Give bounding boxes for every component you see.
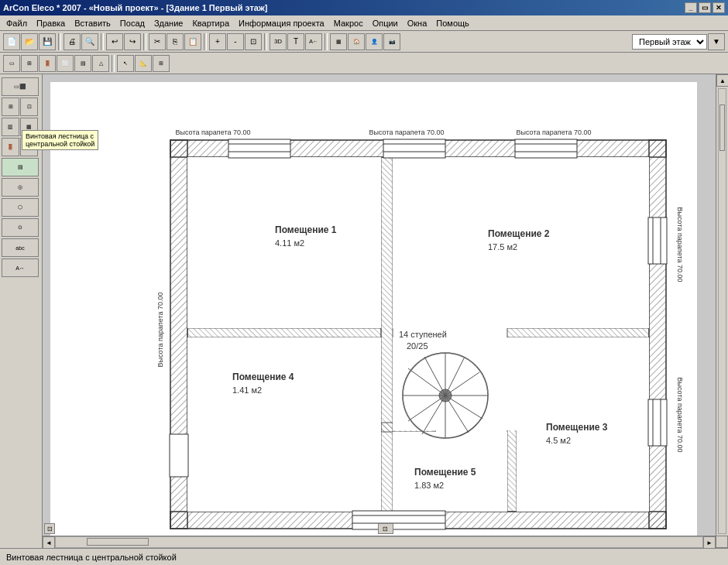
sidebar-btn-2b[interactable]: ⊡ <box>20 98 38 116</box>
zoom-out-button[interactable]: - <box>227 33 244 50</box>
svg-rect-19 <box>383 139 445 158</box>
menu-project-info[interactable]: Информация проекта <box>234 17 329 29</box>
svg-text:4.5 м2: 4.5 м2 <box>546 436 571 445</box>
separator-2 <box>101 33 104 50</box>
restore-button[interactable]: ▭ <box>699 2 711 13</box>
zoom-in-button[interactable]: + <box>209 33 226 50</box>
toolbar-2: ▭ ⊞ 🚪 ⬜ ▤ △ ↖ 📐 ⊞ <box>0 53 728 74</box>
menu-windows[interactable]: Окна <box>403 17 432 29</box>
measure-tool[interactable]: 📐 <box>135 55 152 72</box>
plan-view[interactable]: ▦ <box>330 33 347 50</box>
svg-text:Помещение 3: Помещение 3 <box>546 422 608 433</box>
menu-edit[interactable]: Правка <box>32 17 70 29</box>
canvas-area[interactable]: Высота парапета 70.00 Высота парапета 70… <box>43 74 728 548</box>
scroll-right-button[interactable]: ► <box>703 536 716 548</box>
svg-text:4.11 м2: 4.11 м2 <box>275 238 304 248</box>
floor-down-button[interactable]: ▼ <box>708 33 725 50</box>
paste-button[interactable]: 📋 <box>184 33 201 50</box>
svg-rect-13 <box>393 157 649 328</box>
menu-view[interactable]: Посад <box>115 17 149 29</box>
dim-button[interactable]: A← <box>305 33 322 50</box>
door-tool[interactable]: 🚪 <box>39 55 56 72</box>
save-button[interactable]: 💾 <box>39 33 56 50</box>
svg-text:Высота парапета 70.00: Высота парапета 70.00 <box>676 207 684 282</box>
horizontal-scrollbar[interactable]: ◄ ► <box>43 536 716 548</box>
scrollbar-corner <box>716 536 728 548</box>
grid-toggle[interactable]: ⊞ <box>153 55 170 72</box>
print-button[interactable]: 🖨 <box>64 33 81 50</box>
menu-insert[interactable]: Вставить <box>70 17 115 29</box>
separator-5 <box>264 33 267 50</box>
svg-text:20/25: 20/25 <box>407 341 428 351</box>
zoom-fit-button[interactable]: ⊡ <box>245 33 262 50</box>
menu-help[interactable]: Помощь <box>431 17 474 29</box>
svg-text:17.5 м2: 17.5 м2 <box>488 242 517 252</box>
separator-6 <box>325 33 328 50</box>
render-button[interactable]: 🏠 <box>348 33 365 50</box>
open-button[interactable]: 📂 <box>21 33 38 50</box>
menu-apartment[interactable]: Квартира <box>187 17 234 29</box>
minimize-button[interactable]: _ <box>685 2 697 13</box>
3d-button[interactable]: 3D <box>270 33 287 50</box>
svg-rect-11 <box>507 423 517 512</box>
menu-bar: Файл Правка Вставить Посад Здание Кварти… <box>0 15 728 31</box>
menu-building[interactable]: Здание <box>149 17 188 29</box>
stair-tool[interactable]: ▤ <box>74 55 91 72</box>
svg-text:14 ступеней: 14 ступеней <box>399 330 447 339</box>
svg-rect-8 <box>187 328 381 337</box>
sidebar-btn-6[interactable]: ◎ <box>2 178 39 197</box>
sidebar-btn-5[interactable]: ▤ <box>2 158 39 176</box>
svg-rect-17 <box>393 337 517 430</box>
new-button[interactable]: 📄 <box>3 33 20 50</box>
svg-rect-6 <box>649 140 666 529</box>
floor-selector[interactable]: Первый этаж <box>632 34 707 50</box>
menu-file[interactable]: Файл <box>2 17 32 29</box>
camera-button[interactable]: 📷 <box>383 33 400 50</box>
page-nav[interactable]: ⊡ <box>378 523 393 534</box>
undo-button[interactable]: ↩ <box>106 33 123 50</box>
window-tool[interactable]: ⬜ <box>57 55 74 72</box>
menu-macro[interactable]: Макрос <box>329 17 368 29</box>
svg-text:1.41 м2: 1.41 м2 <box>232 385 262 395</box>
sidebar-btn-1[interactable]: ▭⬛ <box>2 77 39 96</box>
roof-tool[interactable]: △ <box>92 55 109 72</box>
menu-options[interactable]: Опции <box>368 17 403 29</box>
app-title: ArCon Eleco * 2007 - «Новый проект» - [З… <box>3 3 267 12</box>
scroll-track-v[interactable] <box>718 88 726 534</box>
redo-button[interactable]: ↪ <box>124 33 141 50</box>
svg-rect-7 <box>381 157 393 513</box>
text-button[interactable]: T <box>287 33 304 50</box>
svg-text:Высота парапета 70.00: Высота парапета 70.00 <box>676 378 684 453</box>
walk-button[interactable]: 👤 <box>366 33 383 50</box>
separator-3 <box>143 33 146 50</box>
svg-rect-23 <box>352 511 445 529</box>
svg-rect-21 <box>648 217 667 264</box>
sidebar-btn-2a[interactable]: ⊞ <box>2 98 19 116</box>
toolbar-1: 📄 📂 💾 🖨 🔍 ↩ ↪ ✂ ⎘ 📋 + - ⊡ 3D T A← ▦ 🏠 👤 … <box>0 31 728 53</box>
svg-rect-9 <box>507 328 649 337</box>
sidebar-btn-9[interactable]: abc <box>2 238 39 257</box>
svg-text:Высота парапета 70.00: Высота парапета 70.00 <box>176 128 251 136</box>
sidebar-btn-4a[interactable]: 🚪 <box>2 138 19 156</box>
zoom-indicator[interactable]: ⊡ <box>44 523 55 534</box>
separator-7 <box>112 55 115 72</box>
svg-rect-24 <box>170 434 188 477</box>
sidebar-btn-10[interactable]: A↔ <box>2 259 39 277</box>
room-tool[interactable]: ⊞ <box>21 55 38 72</box>
close-button[interactable]: ✕ <box>713 2 725 13</box>
cut-button[interactable]: ✂ <box>149 33 166 50</box>
scroll-track-h[interactable] <box>55 536 703 548</box>
svg-text:Помещение 4: Помещение 4 <box>232 372 294 382</box>
copy-button[interactable]: ⎘ <box>167 33 184 50</box>
scroll-left-button[interactable]: ◄ <box>43 536 55 548</box>
vertical-scrollbar[interactable]: ▲ ▼ <box>716 74 728 548</box>
print-preview-button[interactable]: 🔍 <box>81 33 98 50</box>
wall-tool[interactable]: ▭ <box>3 55 20 72</box>
left-sidebar: ▭⬛ ⊞ ⊡ ▥ ▦ 🚪 ⬜ ▤ ◎ ⬡ ⊙ abc A↔ Винтовая л… <box>0 74 43 548</box>
scroll-up-button[interactable]: ▲ <box>716 74 728 87</box>
sidebar-btn-3a[interactable]: ▥ <box>2 118 19 136</box>
svg-text:Помещение 1: Помещение 1 <box>275 224 337 235</box>
sidebar-btn-8[interactable]: ⊙ <box>2 218 39 237</box>
select-tool[interactable]: ↖ <box>117 55 134 72</box>
sidebar-btn-7[interactable]: ⬡ <box>2 198 39 217</box>
